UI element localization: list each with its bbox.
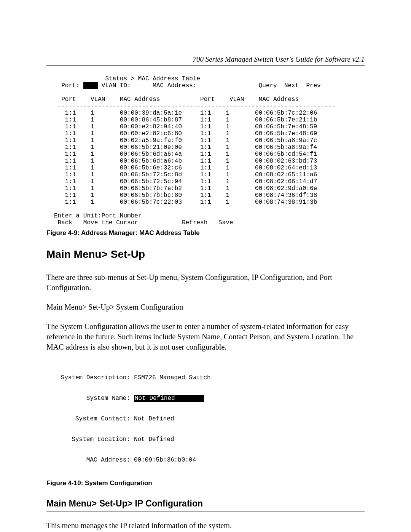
- setup-intro-paragraph: There are three sub-menus at Set-Up menu…: [46, 272, 365, 293]
- sys-name-label: System Name:: [58, 395, 134, 402]
- sys-location-label: System Location:: [58, 436, 134, 443]
- sys-name-value: Not Defined: [134, 395, 204, 402]
- figure-4-10-caption: Figure 4-10: System Configuration: [46, 479, 365, 487]
- subsection-heading-ipconfig: Main Menu> Set-Up> IP Configuration: [46, 498, 365, 511]
- sys-location-value: Not Defined: [134, 436, 174, 443]
- system-config-paragraph: The System Configuration allows the user…: [46, 321, 365, 352]
- running-header: 700 Series Managed Switch User's Guide f…: [46, 55, 365, 66]
- sys-mac-value: 00:09:5b:36:b0:04: [134, 457, 196, 463]
- sys-mac-label: MAC Address:: [58, 457, 134, 463]
- sys-contact-value: Not Defined: [134, 415, 174, 422]
- sys-desc-label: System Description:: [58, 374, 134, 381]
- figure-4-9-caption: Figure 4-9: Address Manager: MAC Address…: [46, 229, 365, 237]
- setup-path-line: Main Menu> Set-Up> System Configuration: [46, 302, 365, 312]
- sys-desc-value: FSM726 Managed Switch: [134, 374, 211, 381]
- ipconfig-paragraph: This menu manages the IP related informa…: [46, 521, 365, 531]
- sys-contact-label: System Contact:: [58, 415, 134, 422]
- section-heading-setup: Main Menu> Set-Up: [46, 248, 365, 263]
- system-config-terminal: System Description:FSM726 Managed Switch…: [58, 361, 365, 477]
- mac-address-table-terminal: Status > MAC Address Table Port: VLAN ID…: [54, 75, 365, 226]
